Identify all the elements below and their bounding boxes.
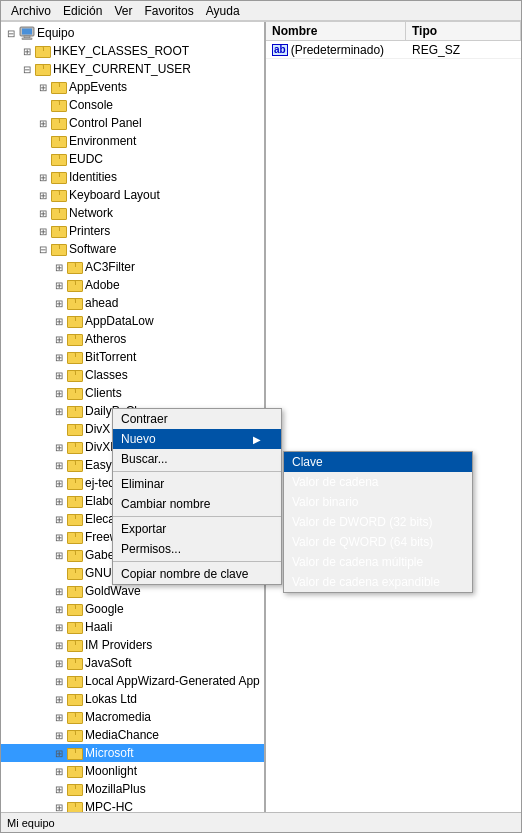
expander-macromedia[interactable]: ⊞ [51, 709, 67, 725]
expander-microsoft[interactable]: ⊞ [51, 745, 67, 761]
tree-item-mediachance[interactable]: ⊞MediaChance [1, 726, 264, 744]
expander-ej[interactable]: ⊞ [51, 475, 67, 491]
expander-moonlight[interactable]: ⊞ [51, 763, 67, 779]
tree-item-bittorrent[interactable]: ⊞BitTorrent [1, 348, 264, 366]
expander-easyboot[interactable]: ⊞ [51, 457, 67, 473]
tree-item-adobe[interactable]: ⊞Adobe [1, 276, 264, 294]
submenu-item-valor_de_cadena[interactable]: Valor de cadena [284, 472, 472, 492]
submenu-item-valor_de_cadena_múltiple[interactable]: Valor de cadena múltiple [284, 552, 472, 572]
context-menu-item-contraer[interactable]: Contraer [113, 409, 281, 429]
tree-item-macromedia[interactable]: ⊞Macromedia [1, 708, 264, 726]
context-menu-item-permisos...[interactable]: Permisos... [113, 539, 281, 559]
expander-freeware[interactable]: ⊞ [51, 529, 67, 545]
expander-bittorrent[interactable]: ⊞ [51, 349, 67, 365]
tree-item-classes[interactable]: ⊞Classes [1, 366, 264, 384]
context-menu-item-copiar_nombre_de_clave[interactable]: Copiar nombre de clave [113, 564, 281, 584]
tree-item-console[interactable]: Console [1, 96, 264, 114]
submenu-item-valor_de_qword_(64_bits)[interactable]: Valor de QWORD (64 bits) [284, 532, 472, 552]
submenu-item-valor_de_cadena_expandible[interactable]: Valor de cadena expandible [284, 572, 472, 592]
expander-clients[interactable]: ⊞ [51, 385, 67, 401]
context-menu-item-nuevo[interactable]: Nuevo▶ClaveValor de cadenaValor binarioV… [113, 429, 281, 449]
tree-item-printers[interactable]: ⊞Printers [1, 222, 264, 240]
menu-edicion[interactable]: Edición [57, 2, 108, 20]
expander-adobe[interactable]: ⊞ [51, 277, 67, 293]
expander-elaborate[interactable]: ⊞ [51, 493, 67, 509]
svg-rect-2 [24, 36, 30, 38]
expander-ac3filter[interactable]: ⊞ [51, 259, 67, 275]
tree-item-appevents[interactable]: ⊞AppEvents [1, 78, 264, 96]
tree-item-identities[interactable]: ⊞Identities [1, 168, 264, 186]
expander-mozillaplus[interactable]: ⊞ [51, 781, 67, 797]
context-menu-item-cambiar_nombre[interactable]: Cambiar nombre [113, 494, 281, 514]
tree-item-localapp[interactable]: ⊞Local AppWizard-Generated App [1, 672, 264, 690]
expander-improviders[interactable]: ⊞ [51, 637, 67, 653]
tree-item-ahead[interactable]: ⊞ahead [1, 294, 264, 312]
menu-ver[interactable]: Ver [108, 2, 138, 20]
expander-classes[interactable]: ⊞ [51, 367, 67, 383]
tree-item-lokasltd[interactable]: ⊞Lokas Ltd [1, 690, 264, 708]
submenu[interactable]: ClaveValor de cadenaValor binarioValor d… [283, 451, 473, 593]
expander-hkcu[interactable]: ⊟ [19, 61, 35, 77]
tree-item-atheros[interactable]: ⊞Atheros [1, 330, 264, 348]
tree-item-moonlight[interactable]: ⊞Moonlight [1, 762, 264, 780]
submenu-item-valor_de_dword_(32_bits)[interactable]: Valor de DWORD (32 bits) [284, 512, 472, 532]
expander-appdatalow[interactable]: ⊞ [51, 313, 67, 329]
context-menu[interactable]: ContraerNuevo▶ClaveValor de cadenaValor … [112, 408, 282, 585]
col-tipo: Tipo [406, 22, 521, 40]
expander-equipo[interactable]: ⊟ [3, 25, 19, 41]
submenu-item-clave[interactable]: Clave [284, 452, 472, 472]
expander-goldwave[interactable]: ⊞ [51, 583, 67, 599]
menu-ayuda[interactable]: Ayuda [200, 2, 246, 20]
tree-item-microsoft[interactable]: ⊞Microsoft [1, 744, 264, 762]
expander-network[interactable]: ⊞ [35, 205, 51, 221]
expander-mpchc[interactable]: ⊞ [51, 799, 67, 812]
menu-favoritos[interactable]: Favoritos [138, 2, 199, 20]
expander-mediachance[interactable]: ⊞ [51, 727, 67, 743]
tree-item-mpchc[interactable]: ⊞MPC-HC [1, 798, 264, 812]
expander-identities[interactable]: ⊞ [35, 169, 51, 185]
expander-haali[interactable]: ⊞ [51, 619, 67, 635]
expander-dailypclean[interactable]: ⊞ [51, 403, 67, 419]
tree-item-ac3filter[interactable]: ⊞AC3Filter [1, 258, 264, 276]
expander-divxnetworks[interactable]: ⊞ [51, 439, 67, 455]
tree-item-mozillaplus[interactable]: ⊞MozillaPlus [1, 780, 264, 798]
expander-appevents[interactable]: ⊞ [35, 79, 51, 95]
tree-item-controlpanel[interactable]: ⊞Control Panel [1, 114, 264, 132]
tree-item-improviders[interactable]: ⊞IM Providers [1, 636, 264, 654]
folder-icon [67, 404, 83, 418]
tree-item-haali[interactable]: ⊞Haali [1, 618, 264, 636]
expander-controlpanel[interactable]: ⊞ [35, 115, 51, 131]
expander-lokasltd[interactable]: ⊞ [51, 691, 67, 707]
tree-item-software[interactable]: ⊟Software [1, 240, 264, 258]
expander-keyboardlayout[interactable]: ⊞ [35, 187, 51, 203]
expander-software[interactable]: ⊟ [35, 241, 51, 257]
tree-item-equipo[interactable]: ⊟ Equipo [1, 24, 264, 42]
tree-item-keyboardlayout[interactable]: ⊞Keyboard Layout [1, 186, 264, 204]
expander-elecard[interactable]: ⊞ [51, 511, 67, 527]
tree-item-hkcu[interactable]: ⊟HKEY_CURRENT_USER [1, 60, 264, 78]
expander-hkcr[interactable]: ⊞ [19, 43, 35, 59]
folder-icon [51, 242, 67, 256]
context-menu-separator-3 [113, 471, 281, 472]
expander-printers[interactable]: ⊞ [35, 223, 51, 239]
expander-ahead[interactable]: ⊞ [51, 295, 67, 311]
tree-item-appdatalow[interactable]: ⊞AppDataLow [1, 312, 264, 330]
tree-item-network[interactable]: ⊞Network [1, 204, 264, 222]
right-row-0[interactable]: ab(Predeterminado)REG_SZ [266, 41, 521, 59]
expander-localapp[interactable]: ⊞ [51, 673, 67, 689]
expander-google[interactable]: ⊞ [51, 601, 67, 617]
tree-item-environment[interactable]: Environment [1, 132, 264, 150]
tree-item-google[interactable]: ⊞Google [1, 600, 264, 618]
context-menu-item-eliminar[interactable]: Eliminar [113, 474, 281, 494]
tree-item-clients[interactable]: ⊞Clients [1, 384, 264, 402]
tree-item-javasoft[interactable]: ⊞JavaSoft [1, 654, 264, 672]
menu-archivo[interactable]: Archivo [5, 2, 57, 20]
expander-gabest[interactable]: ⊞ [51, 547, 67, 563]
context-menu-item-exportar[interactable]: Exportar [113, 519, 281, 539]
tree-item-eudc[interactable]: EUDC [1, 150, 264, 168]
submenu-item-valor_binario[interactable]: Valor binario [284, 492, 472, 512]
context-menu-item-buscar...[interactable]: Buscar... [113, 449, 281, 469]
tree-item-hkcr[interactable]: ⊞HKEY_CLASSES_ROOT [1, 42, 264, 60]
expander-javasoft[interactable]: ⊞ [51, 655, 67, 671]
expander-atheros[interactable]: ⊞ [51, 331, 67, 347]
